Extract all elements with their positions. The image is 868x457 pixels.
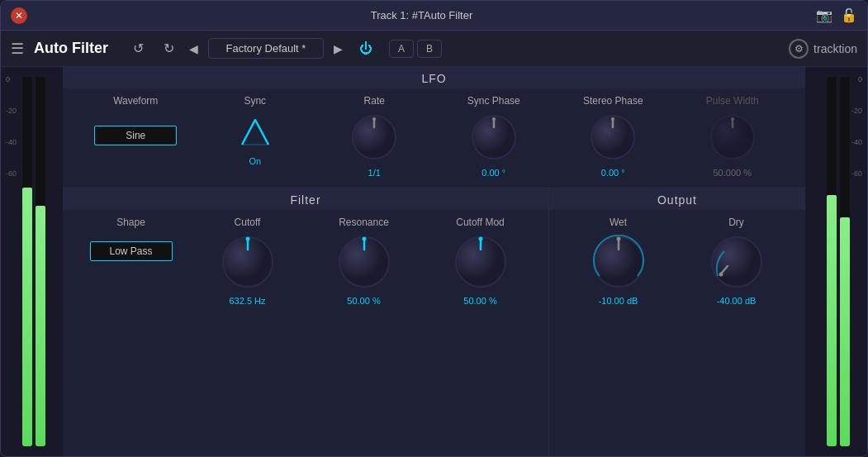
wet-group: Wet [559,217,677,306]
resonance-group: Resonance [306,217,422,306]
wet-label: Wet [609,217,627,228]
output-header: Output [549,188,805,210]
resonance-knob[interactable] [337,235,391,289]
title-bar: ✕ Track 1: #TAuto Filter 📷 🔓 [1,1,867,31]
stereo-phase-label: Stereo Phase [583,95,643,107]
vu-bar-right-2 [840,77,850,446]
rate-group: Rate [315,95,434,178]
tracktion-logo: ⚙ tracktion [789,39,857,59]
lfo-controls-area: Waveform Sync On [63,88,805,188]
vu-meter-left: 0 -20 -40 -60 [1,67,63,456]
camera-icon[interactable]: 📷 [816,7,832,23]
b-button[interactable]: B [417,40,442,58]
sync-phase-group: Sync Phase [434,95,554,178]
dry-value: -40.00 dB [717,296,757,306]
sync-phase-knob[interactable] [470,113,518,161]
menu-bar: ☰ Auto Filter ↺ ↻ ◀ Factory Default * ▶ … [1,31,867,67]
hamburger-icon[interactable]: ☰ [11,40,24,58]
lfo-header: LFO [63,67,805,88]
pulse-width-knob[interactable] [709,113,757,161]
lock-icon[interactable]: 🔓 [841,7,857,23]
rate-knob[interactable] [350,113,398,161]
pulse-width-label: Pulse Width [706,95,759,107]
preset-name[interactable]: Factory Default * [208,38,324,59]
dry-knob[interactable] [709,235,764,289]
sync-waveform-icon[interactable] [239,113,272,150]
close-button[interactable]: ✕ [11,7,27,24]
waveform-select[interactable] [94,126,177,145]
sync-value: On [249,156,261,166]
plugin-name: Auto Filter [34,40,108,57]
resonance-label: Resonance [339,217,389,228]
shape-select[interactable] [90,241,173,261]
vu-scale-left: 0 -20 -40 -60 [6,75,17,178]
app-window: ✕ Track 1: #TAuto Filter 📷 🔓 ☰ Auto Filt… [0,0,868,457]
vu-scale-right: 0 -20 -40 -60 [851,75,862,178]
main-content: 0 -20 -40 -60 LFO [1,67,867,456]
filter-section: Filter Shape Cutoff [63,188,549,456]
cutoff-label: Cutoff [235,217,261,228]
rate-value: 1/1 [368,168,381,178]
next-preset-button[interactable]: ▶ [334,42,343,55]
pulse-width-value: 50.000 % [714,168,752,178]
sync-group: Sync On [196,95,315,166]
lfo-controls: Waveform Sync On [76,95,792,178]
ab-buttons: A B [389,40,442,58]
shape-group: Shape [73,217,189,261]
sync-label: Sync [244,95,266,107]
filter-header: Filter [63,188,548,210]
cutoff-mod-label: Cutoff Mod [456,217,504,228]
cutoff-mod-knob[interactable] [453,235,508,289]
output-controls: Wet [549,210,805,316]
cutoff-mod-group: Cutoff Mod [422,217,538,306]
window-title: Track 1: #TAuto Filter [371,9,473,21]
shape-label: Shape [116,217,145,228]
vu-meter-right: 0 -20 -40 -60 [805,67,867,456]
filter-controls: Shape Cutoff [63,210,548,316]
pulse-width-group: Pulse Width [673,95,793,178]
vu-bar-left-2 [36,77,45,446]
dry-label: Dry [728,217,744,228]
rate-label: Rate [364,95,385,107]
a-button[interactable]: A [389,40,414,58]
resonance-value: 50.00 % [347,296,380,306]
vu-bar-left-1 [22,77,32,446]
sync-phase-label: Sync Phase [467,95,520,107]
redo-button[interactable]: ↻ [159,39,179,58]
cutoff-knob[interactable] [221,235,275,289]
stereo-phase-knob[interactable] [589,113,637,161]
wet-knob[interactable] [591,235,646,289]
stereo-phase-value: 0.00 ° [601,168,625,178]
plugin-area: LFO Waveform Sync [63,67,805,456]
svg-point-25 [712,237,761,287]
undo-button[interactable]: ↺ [128,39,149,58]
tracktion-name: tracktion [813,42,857,55]
lfo-section: LFO Waveform Sync [63,67,805,188]
cutoff-group: Cutoff [189,217,306,306]
output-section: Output Wet [549,188,805,456]
sync-phase-value: 0.00 ° [481,168,505,178]
dry-group: Dry [677,217,795,306]
cutoff-mod-value: 50.00 % [463,296,496,306]
stereo-phase-group: Stereo Phase [553,95,673,178]
vu-bar-right-1 [827,77,837,446]
wet-value: -10.00 dB [599,296,638,306]
bottom-area: Filter Shape Cutoff [63,188,805,456]
power-button[interactable]: ⏻ [359,41,372,56]
cutoff-value: 632.5 Hz [229,296,265,306]
waveform-label: Waveform [113,95,158,107]
waveform-group: Waveform [76,95,196,158]
prev-preset-button[interactable]: ◀ [189,42,198,55]
tracktion-gear-icon: ⚙ [789,39,809,59]
